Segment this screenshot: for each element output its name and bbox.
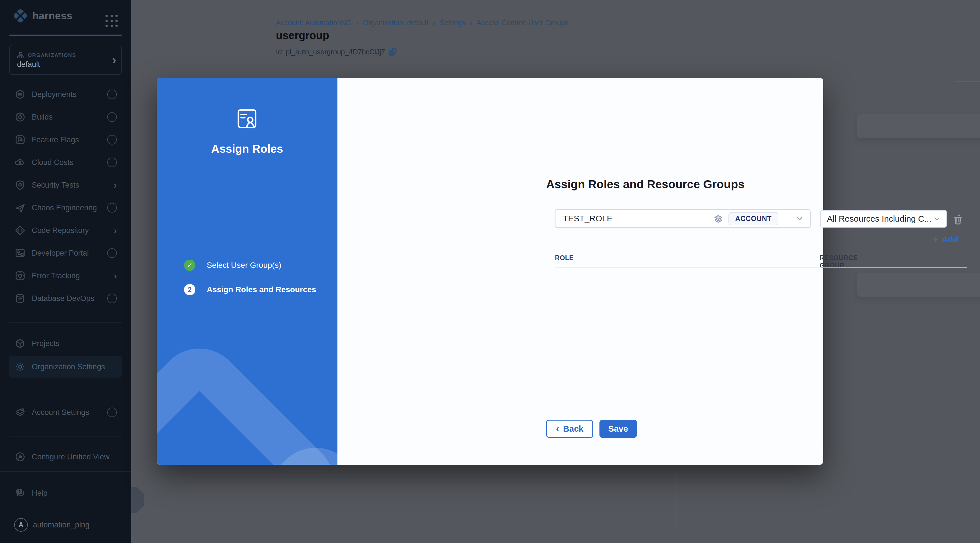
resource-group-select[interactable]: All Resources Including C... (820, 210, 947, 227)
info-icon[interactable]: i (107, 90, 117, 99)
modal-body: ✕ Assign Roles and Resource Groups + Add… (337, 78, 823, 465)
sidebar-item-label: Database DevOps (32, 294, 101, 303)
builds-icon (15, 112, 25, 122)
breadcrumb-account[interactable]: Account: AutomationNG (276, 19, 352, 27)
harness-watermark (157, 331, 337, 465)
wrench-icon (15, 451, 25, 462)
info-icon[interactable]: i (107, 203, 117, 213)
sidebar: harness ORGANIZATIONS default › Deployme… (0, 0, 131, 543)
deployments-icon (15, 89, 25, 100)
help-chat-icon: ? (15, 488, 25, 499)
gear-icon (15, 361, 25, 372)
chevron-right-icon: › (112, 53, 116, 67)
sidebar-item-builds[interactable]: Builds i (9, 106, 122, 129)
wizard-title: Assign Roles (157, 143, 337, 155)
sidebar-item-label: Chaos Engineering (32, 203, 101, 212)
chevron-down-icon (795, 214, 804, 223)
role-value: TEST_ROLE (563, 214, 713, 223)
header-divider (555, 267, 967, 268)
harness-logo-icon (13, 8, 28, 23)
background-column-divider (675, 465, 675, 531)
sidebar-item-label: Error Tracking (32, 272, 107, 280)
entity-id-text: Id: pl_auto_usergroup_4D7bcClJj7 (276, 48, 385, 56)
chevron-down-icon (933, 214, 941, 223)
organization-selector[interactable]: ORGANIZATIONS default › (9, 45, 122, 75)
sidebar-item-organization-settings[interactable]: Organization Settings (9, 356, 122, 378)
role-select[interactable]: TEST_ROLE ACCOUNT (555, 209, 811, 228)
step-label: Assign Roles and Resources (207, 285, 316, 294)
sidebar-item-label: Feature Flags (32, 135, 101, 144)
delete-row-icon[interactable] (951, 213, 964, 225)
org-selector-label: ORGANIZATIONS (28, 52, 76, 59)
info-icon[interactable]: i (107, 157, 117, 167)
sidebar-item-configure-unified-view[interactable]: Configure Unified View (9, 446, 122, 468)
breadcrumb-settings[interactable]: Settings (440, 19, 465, 27)
sidebar-item-deployments[interactable]: Deployments i (9, 83, 122, 106)
org-selector-value: default (17, 60, 40, 69)
copy-icon[interactable] (389, 48, 396, 56)
resource-group-value: All Resources Including C... (827, 214, 933, 224)
save-button[interactable]: Save (600, 420, 637, 438)
info-icon[interactable]: i (107, 135, 117, 144)
sidebar-item-label: Configure Unified View (32, 452, 117, 461)
info-icon[interactable]: i (107, 248, 117, 258)
background-card (857, 114, 980, 138)
sidebar-item-label: Security Tests (32, 181, 107, 190)
plus-icon: + (932, 234, 938, 245)
chevron-right-icon: › (114, 180, 117, 191)
sidebar-item-error-tracking[interactable]: Error Tracking › (9, 264, 122, 287)
app-viewport: Account: AutomationNG › Organization: de… (0, 0, 980, 543)
user-profile[interactable]: A automation_plng (14, 518, 90, 532)
sidebar-item-projects[interactable]: Projects (9, 332, 122, 355)
harness-logo[interactable]: harness (13, 8, 73, 23)
code-repository-icon (15, 225, 25, 236)
background-divider-line (955, 189, 980, 189)
user-name: automation_plng (33, 521, 90, 529)
sidebar-item-label: Builds (32, 113, 101, 122)
sidebar-item-code-repository[interactable]: Code Repository › (9, 219, 122, 242)
sidebar-bottom-divider (0, 471, 131, 472)
info-icon[interactable]: i (107, 112, 117, 122)
entity-id-row: Id: pl_auto_usergroup_4D7bcClJj7 (276, 48, 396, 56)
modal-title: Assign Roles and Resource Groups (546, 178, 745, 191)
sidebar-item-database-devops[interactable]: Database DevOps i (9, 287, 122, 310)
sidebar-item-feature-flags[interactable]: Feature Flags i (9, 129, 122, 151)
sidebar-item-label: Help (32, 489, 117, 498)
back-button[interactable]: ‹ Back (546, 420, 593, 438)
assign-roles-modal: Assign Roles ✓ Select User Group(s) 2 As… (157, 78, 823, 465)
sidebar-item-account-settings[interactable]: Account Settings i (9, 401, 122, 424)
add-role-button[interactable]: + Add (932, 234, 958, 245)
breadcrumb-separator: › (433, 19, 435, 27)
breadcrumb-user-groups[interactable]: Access Control: User Groups (477, 19, 568, 27)
svg-text:?: ? (18, 490, 21, 494)
info-icon[interactable]: i (107, 408, 117, 417)
sidebar-item-chaos-engineering[interactable]: Chaos Engineering i (9, 196, 122, 219)
breadcrumb-organization[interactable]: Organization: default (363, 19, 428, 27)
chevron-right-icon: › (114, 225, 117, 236)
info-icon[interactable]: i (107, 294, 117, 303)
chaos-engineering-icon (15, 202, 25, 213)
assign-roles-icon (234, 106, 260, 132)
breadcrumb: Account: AutomationNG › Organization: de… (276, 19, 568, 27)
sidebar-item-developer-portal[interactable]: Developer Portal i (9, 242, 122, 264)
module-grid-icon[interactable] (105, 15, 118, 27)
developer-portal-icon (15, 248, 25, 259)
sidebar-accent-line (9, 35, 122, 36)
wizard-step-select-user-groups[interactable]: ✓ Select User Group(s) (184, 260, 281, 271)
sidebar-item-security-tests[interactable]: Security Tests › (9, 174, 122, 196)
sidebar-item-cloud-costs[interactable]: Cloud Costs i (9, 151, 122, 174)
database-devops-icon (15, 293, 25, 304)
modal-wizard-panel: Assign Roles ✓ Select User Group(s) 2 As… (157, 78, 337, 465)
error-tracking-icon (15, 270, 25, 281)
sidebar-item-label: Projects (32, 339, 117, 348)
wizard-step-assign-roles[interactable]: 2 Assign Roles and Resources (184, 284, 316, 295)
sidebar-item-label: Deployments (32, 90, 101, 99)
sidebar-item-label: Organization Settings (32, 362, 117, 371)
breadcrumb-separator: › (470, 19, 472, 27)
background-divider-line (955, 81, 980, 82)
chevron-right-icon: › (114, 271, 117, 281)
account-settings-icon (15, 407, 25, 418)
feature-flags-icon (15, 134, 25, 145)
sidebar-item-help[interactable]: ? Help (9, 482, 122, 505)
back-label: Back (563, 424, 584, 433)
